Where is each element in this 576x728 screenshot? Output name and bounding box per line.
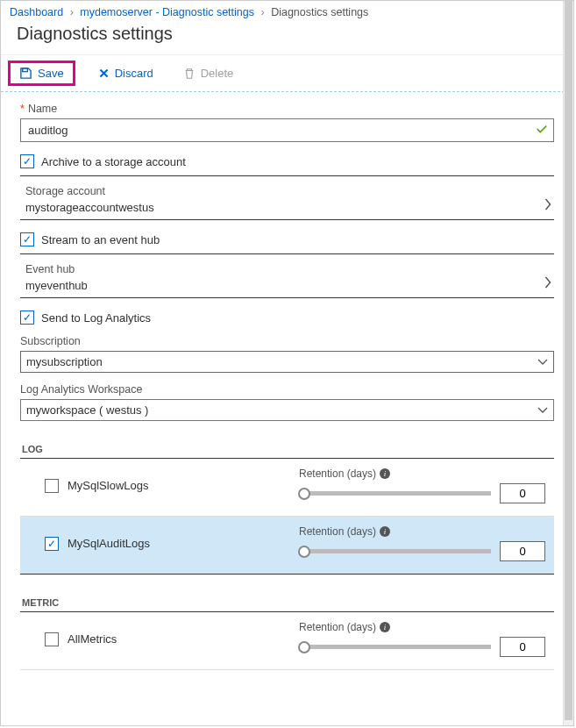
save-label: Save — [38, 67, 64, 80]
checkbox-checked-icon[interactable]: ✓ — [45, 537, 59, 551]
retention-input[interactable] — [500, 483, 545, 503]
archive-checkbox-row[interactable]: ✓ Archive to a storage account — [20, 154, 554, 168]
checkbox-unchecked-icon[interactable] — [45, 632, 59, 646]
svg-rect-0 — [23, 68, 28, 72]
name-input-wrap[interactable] — [20, 118, 554, 142]
breadcrumb-dashboard[interactable]: Dashboard — [10, 6, 63, 18]
workspace-value: myworkspace ( westus ) — [26, 403, 148, 417]
chevron-down-icon — [537, 355, 548, 368]
checkbox-checked-icon: ✓ — [20, 154, 34, 168]
chevron-right-icon: › — [260, 6, 264, 18]
retention-label: Retention (days) — [299, 621, 376, 633]
chevron-down-icon — [537, 403, 548, 417]
discard-label: Discard — [115, 67, 153, 80]
workspace-label: Log Analytics Workspace — [20, 383, 554, 396]
stream-checkbox-row[interactable]: ✓ Stream to an event hub — [20, 232, 554, 246]
log-item-name: MySqlAuditLogs — [68, 537, 150, 550]
eventhub-label: Event hub — [25, 263, 88, 275]
metric-section-header: METRIC — [20, 597, 554, 612]
slider-thumb[interactable] — [298, 488, 310, 500]
log-section-header: LOG — [20, 444, 554, 459]
discard-button[interactable]: Discard — [91, 63, 160, 83]
breadcrumb-current: Diagnostics settings — [271, 6, 368, 18]
scrollbar[interactable] — [563, 1, 573, 725]
checkbox-checked-icon: ✓ — [20, 310, 34, 325]
toolbar: Save Discard Delete — [1, 54, 573, 92]
slider-thumb[interactable] — [298, 546, 310, 558]
valid-check-icon — [536, 123, 548, 138]
subscription-label: Subscription — [20, 335, 554, 347]
log-item-name: MySqlSlowLogs — [68, 479, 149, 492]
save-icon — [19, 67, 32, 80]
trash-icon — [183, 68, 196, 80]
chevron-right-icon — [544, 197, 552, 214]
metric-item-row[interactable]: AllMetricsRetention (days)i — [20, 612, 554, 670]
subscription-select[interactable]: mysubscription — [20, 351, 554, 373]
info-icon[interactable]: i — [380, 526, 390, 537]
stream-label: Stream to an event hub — [41, 233, 160, 246]
log-item-row[interactable]: ✓MySqlAuditLogsRetention (days)i — [20, 517, 554, 575]
checkbox-unchecked-icon[interactable] — [45, 479, 59, 493]
name-label-text: Name — [28, 103, 57, 115]
retention-slider[interactable] — [299, 645, 491, 649]
breadcrumb-server[interactable]: mydemoserver - Diagnostic settings — [80, 6, 254, 18]
sendla-checkbox-row[interactable]: ✓ Send to Log Analytics — [20, 310, 554, 325]
storage-account-row[interactable]: Storage account mystorageaccountwestus — [20, 176, 554, 220]
retention-input[interactable] — [500, 541, 545, 561]
name-label: * Name — [20, 103, 554, 115]
workspace-select[interactable]: myworkspace ( westus ) — [20, 399, 554, 421]
chevron-right-icon — [544, 275, 552, 292]
eventhub-value: myeventhub — [25, 279, 88, 292]
checkbox-checked-icon: ✓ — [20, 232, 34, 246]
retention-slider[interactable] — [299, 549, 491, 553]
storage-label: Storage account — [25, 185, 154, 197]
chevron-right-icon: › — [70, 6, 74, 18]
delete-button: Delete — [176, 63, 241, 83]
metric-item-name: AllMetrics — [68, 632, 117, 646]
archive-label: Archive to a storage account — [41, 155, 186, 168]
log-item-row[interactable]: MySqlSlowLogsRetention (days)i — [20, 459, 554, 517]
info-icon[interactable]: i — [380, 622, 390, 632]
retention-label: Retention (days) — [299, 467, 376, 480]
delete-label: Delete — [201, 67, 234, 80]
retention-slider[interactable] — [299, 491, 491, 496]
breadcrumb: Dashboard › mydemoserver - Diagnostic se… — [1, 1, 573, 22]
close-icon — [98, 68, 110, 79]
info-icon[interactable]: i — [380, 468, 390, 479]
page-title: Diagnostics settings — [17, 24, 573, 44]
slider-thumb[interactable] — [298, 641, 310, 653]
retention-input[interactable] — [500, 637, 545, 657]
sendla-label: Send to Log Analytics — [41, 311, 151, 325]
eventhub-row[interactable]: Event hub myeventhub — [20, 254, 554, 298]
retention-label: Retention (days) — [299, 525, 376, 538]
save-button[interactable]: Save — [8, 61, 75, 86]
required-star: * — [20, 103, 25, 115]
name-input[interactable] — [26, 123, 536, 138]
storage-value: mystorageaccountwestus — [25, 201, 154, 214]
subscription-value: mysubscription — [26, 355, 103, 368]
